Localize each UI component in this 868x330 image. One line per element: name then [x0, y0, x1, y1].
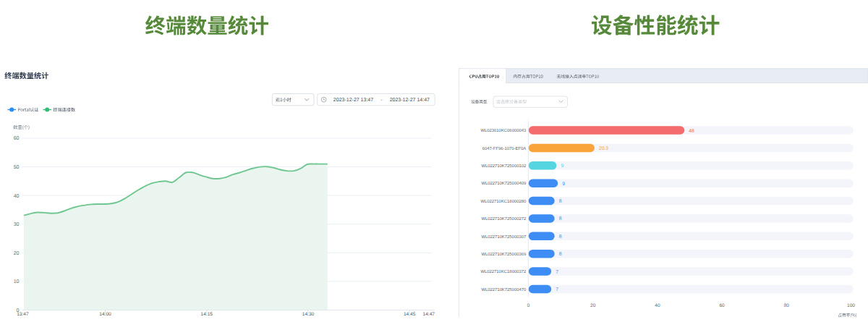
- svg-text:40: 40: [14, 194, 20, 199]
- svg-text:WL022710KC18000280: WL022710KC18000280: [480, 199, 527, 204]
- svg-text:WL022710K725000307: WL022710K725000307: [481, 234, 526, 240]
- svg-text:13:47: 13:47: [17, 312, 29, 317]
- svg-text:60: 60: [14, 136, 20, 141]
- svg-text:50: 50: [14, 165, 20, 170]
- svg-text:7: 7: [556, 270, 558, 275]
- svg-text:WL022710K725000409: WL022710K725000409: [481, 181, 526, 186]
- svg-text:2023-12-27 14:47: 2023-12-27 14:47: [390, 98, 430, 103]
- svg-text:100: 100: [847, 303, 855, 308]
- svg-text:0: 0: [527, 303, 530, 308]
- svg-text:6047-FF96-1070-EF0A: 6047-FF96-1070-EF0A: [482, 146, 527, 151]
- svg-text:8: 8: [559, 199, 562, 204]
- svg-text:14:00: 14:00: [99, 312, 111, 317]
- svg-text:WL023610KC06000043: WL023610KC06000043: [480, 128, 527, 133]
- svg-text:80: 80: [784, 303, 790, 308]
- svg-text:WL022710K725000272: WL022710K725000272: [481, 216, 526, 221]
- svg-text:14:45: 14:45: [404, 312, 416, 317]
- svg-text:WL022710K725000470: WL022710K725000470: [481, 287, 527, 292]
- svg-text:40: 40: [655, 303, 660, 308]
- svg-text:8: 8: [559, 252, 562, 257]
- svg-text:WL022710KC18000372: WL022710KC18000372: [480, 269, 526, 274]
- svg-text:WL022710K725000369: WL022710K725000369: [481, 252, 526, 257]
- svg-text:20.3: 20.3: [599, 146, 608, 151]
- svg-text:9: 9: [562, 182, 565, 187]
- svg-text:60: 60: [719, 303, 725, 308]
- svg-text:20: 20: [590, 303, 596, 308]
- svg-text:10: 10: [14, 279, 20, 284]
- svg-text:14:47: 14:47: [422, 312, 435, 317]
- svg-text:14:30: 14:30: [302, 312, 315, 317]
- svg-text:14:15: 14:15: [201, 312, 213, 317]
- svg-text:30: 30: [14, 222, 20, 227]
- svg-text:20: 20: [14, 251, 20, 256]
- svg-text:48: 48: [689, 129, 694, 134]
- svg-text:8: 8: [559, 234, 562, 240]
- svg-text:2023-12-27 13:47: 2023-12-27 13:47: [333, 98, 373, 103]
- svg-text:WL022710K725000102: WL022710K725000102: [481, 164, 526, 169]
- svg-text:8: 8: [559, 216, 562, 221]
- svg-text:7: 7: [556, 287, 558, 292]
- svg-text:9: 9: [561, 164, 563, 169]
